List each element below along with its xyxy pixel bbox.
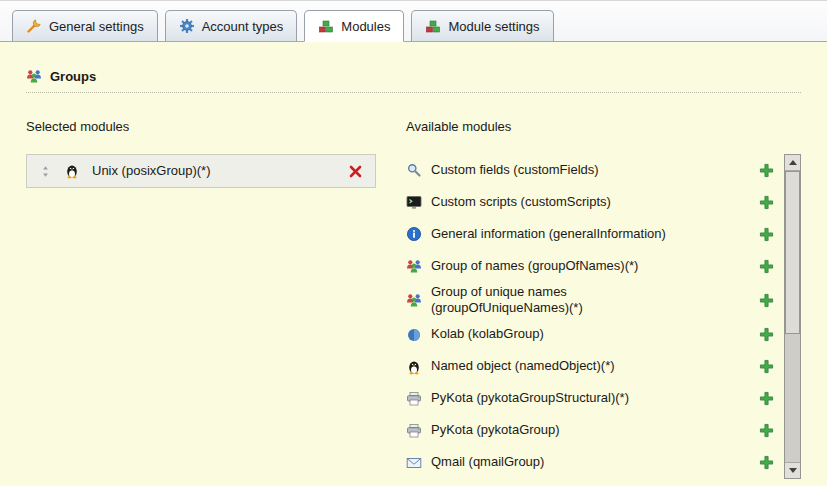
available-module-row: Custom fields (customFields) bbox=[406, 154, 774, 186]
add-module-button[interactable] bbox=[759, 195, 774, 210]
tab-label: General settings bbox=[49, 19, 144, 34]
selected-modules-heading: Selected modules bbox=[26, 119, 376, 134]
selected-module-row: Unix (posixGroup)(*) bbox=[26, 154, 376, 188]
module-label: Unix (posixGroup)(*) bbox=[92, 163, 210, 179]
envelope-icon bbox=[406, 455, 422, 471]
group-icon bbox=[406, 258, 422, 274]
section-title: Groups bbox=[50, 69, 96, 84]
add-module-button[interactable] bbox=[759, 327, 774, 342]
wrench-icon bbox=[26, 18, 42, 34]
magnifier-icon bbox=[406, 162, 422, 178]
kolab-icon bbox=[406, 327, 422, 343]
tab-label: Module settings bbox=[448, 19, 539, 34]
selected-modules-column: Selected modules bbox=[26, 103, 376, 479]
module-label: Custom fields (customFields) bbox=[431, 162, 599, 178]
tab-general-settings[interactable]: General settings bbox=[12, 10, 158, 42]
drag-handle-icon[interactable] bbox=[39, 165, 52, 178]
lam-configuration-window: General settings Account types bbox=[0, 0, 827, 486]
modules-icon bbox=[318, 18, 334, 34]
available-module-row: PyKota (pykotaGroup) bbox=[406, 415, 774, 447]
printer-icon bbox=[406, 423, 422, 439]
module-label: Kolab (kolabGroup) bbox=[431, 326, 544, 342]
modules-columns: Selected modules bbox=[26, 103, 801, 479]
available-module-row: General information (generalInformation) bbox=[406, 218, 774, 250]
available-modules-listbox: Custom fields (customFields) bbox=[406, 154, 801, 479]
scrollbar-track[interactable] bbox=[785, 171, 800, 462]
remove-module-button[interactable] bbox=[348, 164, 363, 179]
scrollbar-thumb[interactable] bbox=[785, 171, 800, 334]
groups-section-header: Groups bbox=[26, 68, 801, 93]
available-module-row: Group of names (groupOfNames)(*) bbox=[406, 250, 774, 282]
available-modules-scrollbar[interactable] bbox=[784, 154, 801, 479]
add-module-button[interactable] bbox=[759, 455, 774, 470]
groups-icon bbox=[26, 68, 42, 84]
module-label: PyKota (pykotaGroup) bbox=[431, 422, 560, 438]
add-module-button[interactable] bbox=[759, 227, 774, 242]
scroll-down-button[interactable] bbox=[785, 462, 800, 478]
tab-modules[interactable]: Modules bbox=[304, 10, 404, 42]
available-module-row: Group of unique names (groupOfUniqueName… bbox=[406, 282, 774, 319]
module-label: Qmail (qmailGroup) bbox=[431, 454, 544, 470]
available-module-row: Qmail (qmailGroup) bbox=[406, 447, 774, 479]
tab-account-types[interactable]: Account types bbox=[165, 10, 298, 42]
available-module-row: PyKota (pykotaGroupStructural)(*) bbox=[406, 383, 774, 415]
add-module-button[interactable] bbox=[759, 163, 774, 178]
tab-label: Modules bbox=[341, 19, 390, 34]
info-icon bbox=[406, 226, 422, 242]
module-label: Named object (namedObject)(*) bbox=[431, 358, 615, 374]
terminal-icon bbox=[406, 194, 422, 210]
add-module-button[interactable] bbox=[759, 423, 774, 438]
group-icon bbox=[406, 292, 422, 308]
add-module-button[interactable] bbox=[759, 293, 774, 308]
available-module-row: Custom scripts (customScripts) bbox=[406, 186, 774, 218]
tab-label: Account types bbox=[202, 19, 284, 34]
available-module-row: Named object (namedObject)(*) bbox=[406, 351, 774, 383]
arrow-down-icon bbox=[789, 468, 797, 473]
arrow-up-icon bbox=[789, 160, 797, 165]
scroll-up-button[interactable] bbox=[785, 155, 800, 171]
module-label: Group of names (groupOfNames)(*) bbox=[431, 258, 638, 274]
add-module-button[interactable] bbox=[759, 259, 774, 274]
module-label: General information (generalInformation) bbox=[431, 226, 666, 242]
modules-tab-content: Groups Selected modules bbox=[0, 42, 827, 486]
module-label: Custom scripts (customScripts) bbox=[431, 194, 611, 210]
tab-bar: General settings Account types bbox=[0, 1, 827, 42]
available-modules-heading: Available modules bbox=[406, 119, 801, 134]
tux-icon bbox=[64, 163, 80, 179]
module-label: PyKota (pykotaGroupStructural)(*) bbox=[431, 390, 629, 406]
tux-icon bbox=[406, 359, 422, 375]
tab-module-settings[interactable]: Module settings bbox=[411, 10, 553, 42]
module-label: Group of unique names (groupOfUniqueName… bbox=[431, 284, 701, 317]
available-modules-column: Available modules Custom fields (customF… bbox=[406, 103, 801, 479]
printer-icon bbox=[406, 391, 422, 407]
available-module-row: Kolab (kolabGroup) bbox=[406, 319, 774, 351]
add-module-button[interactable] bbox=[759, 391, 774, 406]
module-settings-icon bbox=[425, 18, 441, 34]
gear-icon bbox=[179, 18, 195, 34]
add-module-button[interactable] bbox=[759, 359, 774, 374]
available-modules-list: Custom fields (customFields) bbox=[406, 154, 784, 479]
